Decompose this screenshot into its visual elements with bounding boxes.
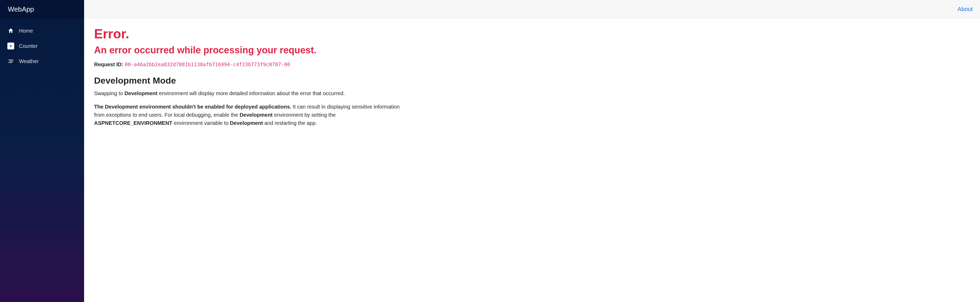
sidebar-item-label: Weather: [19, 58, 39, 64]
dev-mode-paragraph-2: The Development environment shouldn't be…: [94, 103, 410, 127]
list-nested-icon: [7, 58, 14, 65]
topbar: About: [84, 0, 980, 18]
request-id-line: Request ID: 00-a46a2bb2ea832d7881b1138af…: [94, 62, 410, 68]
sidebar: WebApp Home Counter: [0, 0, 84, 302]
text-strong: The Development environment shouldn't be…: [94, 104, 291, 110]
main-area: About Error. An error occurred while pro…: [84, 0, 980, 302]
text-strong: Development: [230, 120, 263, 126]
text-strong: Development: [124, 91, 158, 96]
error-title: Error.: [94, 26, 410, 41]
app-brand[interactable]: WebApp: [0, 0, 84, 18]
text-fragment: environment variable to: [172, 120, 230, 126]
home-icon: [7, 27, 14, 34]
error-subtitle: An error occurred while processing your …: [94, 45, 410, 56]
request-id-value: 00-a46a2bb2ea832d7881b1138afb716994-c4f2…: [125, 62, 290, 67]
text-fragment: and restarting the app.: [263, 120, 317, 126]
sidebar-item-label: Counter: [19, 43, 38, 49]
text-fragment: environment by setting the: [272, 112, 336, 118]
text-strong: ASPNETCORE_ENVIRONMENT: [94, 120, 172, 126]
plus-square-icon: [7, 43, 14, 49]
about-link[interactable]: About: [958, 6, 973, 13]
sidebar-item-home[interactable]: Home: [0, 23, 84, 38]
text-fragment: environment will display more detailed i…: [158, 91, 345, 96]
text-strong: Development: [240, 112, 273, 118]
text-fragment: Swapping to: [94, 91, 124, 96]
request-id-label: Request ID:: [94, 62, 123, 67]
page-content: Error. An error occurred while processin…: [84, 18, 420, 140]
dev-mode-heading: Development Mode: [94, 75, 410, 86]
sidebar-item-label: Home: [19, 28, 33, 34]
sidebar-nav: Home Counter Weather: [0, 18, 84, 73]
sidebar-item-weather[interactable]: Weather: [0, 54, 84, 69]
sidebar-item-counter[interactable]: Counter: [0, 38, 84, 54]
dev-mode-paragraph-1: Swapping to Development environment will…: [94, 89, 410, 97]
